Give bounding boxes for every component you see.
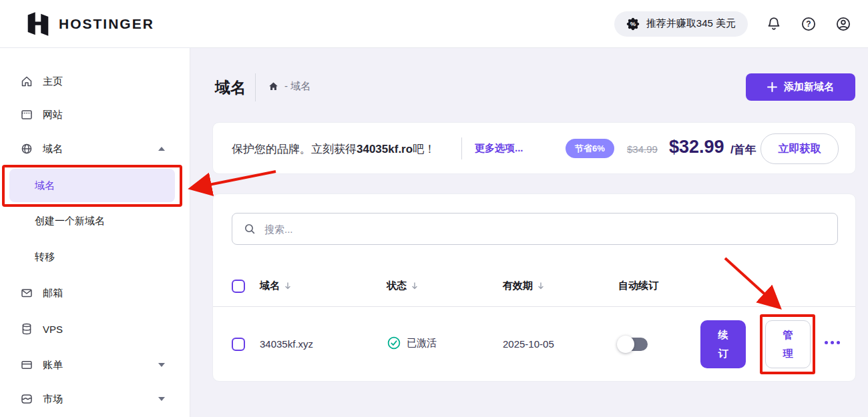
- page-title: 域名: [215, 77, 246, 98]
- column-header-expiry[interactable]: 有效期: [503, 280, 545, 292]
- column-header-status[interactable]: 状态: [387, 280, 419, 292]
- sidebar-item-billing[interactable]: 账单: [0, 352, 190, 378]
- sidebar-item-vps[interactable]: VPS: [0, 316, 190, 342]
- sidebar-item-label: 主页: [43, 75, 63, 88]
- brand-name: HOSTINGER: [59, 16, 154, 32]
- new-price: $32.99: [669, 137, 724, 157]
- breadcrumb-home-icon[interactable]: [268, 81, 279, 92]
- help-button[interactable]: ?: [800, 15, 817, 33]
- main-content: 域名 - 域名 添加新域名 保护您的品牌。立刻获得34035kf.ro吧！ 更多…: [190, 48, 868, 417]
- add-new-domain-label: 添加新域名: [784, 81, 834, 93]
- storefront-icon: [20, 392, 33, 406]
- user-circle-icon: [835, 16, 851, 32]
- notifications-button[interactable]: [765, 15, 783, 33]
- percent-badge-icon: %: [626, 17, 640, 31]
- server-icon: [20, 322, 33, 336]
- sidebar-item-label: 域名: [43, 143, 63, 155]
- top-header: HOSTINGER % 推荐并赚取345 美元: [0, 0, 868, 48]
- plus-icon: [767, 82, 777, 92]
- sidebar-subitem-transfer[interactable]: 转移: [0, 244, 190, 270]
- sidebar-item-label: 网站: [43, 109, 63, 121]
- expiry-cell: 2025-10-05: [503, 338, 554, 350]
- status-label: 已激活: [407, 337, 437, 350]
- promo-domain: 34035kf.ro: [357, 143, 413, 155]
- sort-down-icon: [411, 282, 419, 290]
- chevron-down-icon: [158, 397, 165, 401]
- column-header-autorenew: 自动续订: [618, 280, 658, 292]
- manage-button[interactable]: 管理: [765, 320, 811, 368]
- home-icon: [20, 75, 33, 88]
- row-checkbox[interactable]: [232, 338, 245, 351]
- add-new-domain-button[interactable]: 添加新域名: [746, 73, 855, 101]
- sidebar-item-email[interactable]: 邮箱: [0, 280, 190, 306]
- credit-card-icon: [20, 358, 33, 372]
- toggle-knob: [617, 336, 634, 353]
- more-options-link[interactable]: 更多选项...: [475, 142, 523, 155]
- search-box: [232, 213, 838, 245]
- sidebar-item-domains[interactable]: 域名: [0, 135, 190, 162]
- hostinger-logo-icon: [27, 11, 49, 37]
- sort-down-icon: [284, 282, 292, 290]
- promo-message: 保护您的品牌。立刻获得34035kf.ro吧！: [232, 141, 435, 157]
- domains-table-card: 域名 状态 有效期 自动续订 34035kf.xyz 已激活: [212, 193, 856, 382]
- sidebar-item-websites[interactable]: 网站: [0, 101, 190, 128]
- referral-label: 推荐并赚取345 美元: [646, 17, 736, 30]
- sidebar-item-home[interactable]: 主页: [0, 68, 190, 95]
- search-input[interactable]: [264, 224, 827, 235]
- promo-divider: [461, 137, 462, 159]
- more-options-button[interactable]: [825, 341, 840, 344]
- column-header-domain[interactable]: 域名: [260, 280, 292, 292]
- select-all-checkbox[interactable]: [232, 280, 245, 293]
- table-divider: [213, 306, 855, 307]
- sidebar-item-label: 账单: [43, 359, 63, 372]
- search-icon: [243, 222, 256, 236]
- referral-button[interactable]: % 推荐并赚取345 美元: [614, 11, 748, 37]
- sidebar-subitem-create-domain[interactable]: 创建一个新域名: [0, 207, 190, 234]
- renew-button[interactable]: 续订: [700, 320, 746, 368]
- svg-text:%: %: [630, 20, 636, 27]
- svg-text:?: ?: [806, 19, 811, 29]
- breadcrumb-text: - 域名: [284, 80, 310, 93]
- old-price: $34.99: [627, 143, 658, 155]
- sort-down-icon: [537, 282, 545, 290]
- chevron-up-icon: [158, 147, 165, 151]
- sidebar-item-marketplace[interactable]: 市场: [0, 386, 190, 412]
- browser-window-icon: [20, 108, 33, 121]
- auto-renew-toggle[interactable]: [617, 336, 648, 353]
- domain-cell: 34035kf.xyz: [260, 338, 313, 350]
- save-badge: 节省6%: [566, 139, 614, 158]
- sidebar-item-label: 转移: [35, 251, 55, 264]
- check-circle-icon: [387, 336, 401, 350]
- sidebar-item-label: 域名: [35, 179, 55, 192]
- breadcrumb: - 域名: [268, 80, 310, 93]
- question-circle-icon: ?: [801, 16, 817, 32]
- domain-promo-banner: 保护您的品牌。立刻获得34035kf.ro吧！ 更多选项... 节省6% $34…: [212, 122, 856, 174]
- get-now-button[interactable]: 立即获取: [761, 133, 839, 164]
- topbar-actions: % 推荐并赚取345 美元 ?: [614, 11, 852, 37]
- sidebar: 主页 网站 域名 域名 创建一个新域名 转移 邮箱: [0, 48, 190, 417]
- sidebar-item-label: 创建一个新域名: [35, 215, 105, 228]
- envelope-icon: [20, 286, 33, 300]
- sidebar-item-label: 邮箱: [43, 287, 63, 300]
- bell-icon: [766, 16, 782, 32]
- globe-icon: [20, 142, 33, 155]
- sidebar-item-label: 市场: [43, 393, 63, 406]
- hostinger-logo[interactable]: HOSTINGER: [27, 11, 154, 37]
- status-cell: 已激活: [387, 336, 437, 350]
- sidebar-item-label: VPS: [43, 324, 63, 335]
- profile-button[interactable]: [835, 15, 852, 33]
- title-divider: [255, 73, 256, 101]
- sidebar-subitem-domains-active[interactable]: 域名: [9, 169, 175, 202]
- price-period: /首年: [730, 142, 756, 157]
- chevron-down-icon: [158, 363, 165, 367]
